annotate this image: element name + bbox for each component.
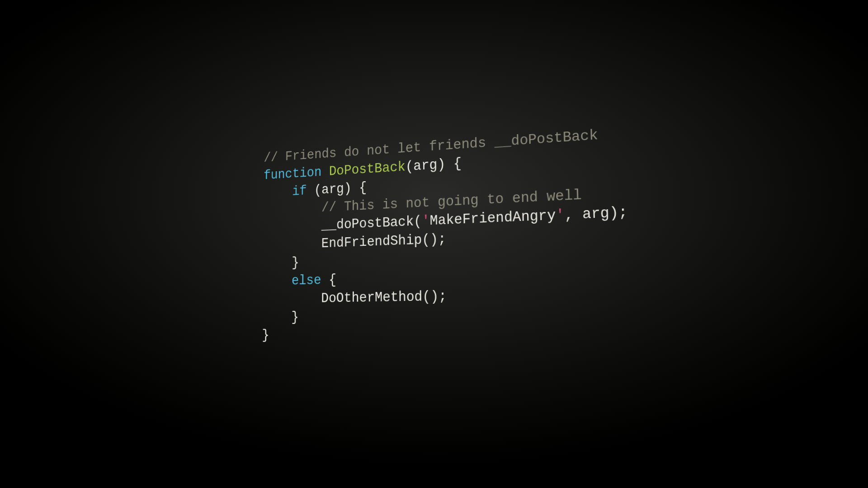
code-snippet-wallpaper: // Friends do not let friends __doPostBa…: [262, 124, 632, 345]
string-quote-open: ': [422, 213, 430, 229]
code-block: // Friends do not let friends __doPostBa…: [262, 124, 632, 345]
if-condition: (arg) {: [307, 180, 367, 198]
close-brace-function: }: [262, 328, 269, 343]
keyword-function: function: [264, 164, 321, 183]
close-brace-else: }: [262, 310, 299, 325]
function-name: DoPostBack: [321, 159, 406, 179]
function-signature: (arg) {: [406, 155, 462, 174]
call-endfriendship: EndFriendShip();: [263, 231, 446, 253]
string-literal: MakeFriendAngry: [430, 207, 556, 229]
keyword-if: if: [264, 183, 307, 200]
keyword-else: else: [263, 272, 321, 289]
close-brace-if: }: [263, 255, 299, 271]
string-quote-close: ': [556, 207, 565, 224]
call-suffix: , arg);: [564, 204, 627, 224]
call-doothermethod: DoOtherMethod();: [262, 288, 447, 307]
else-open: {: [321, 272, 336, 288]
